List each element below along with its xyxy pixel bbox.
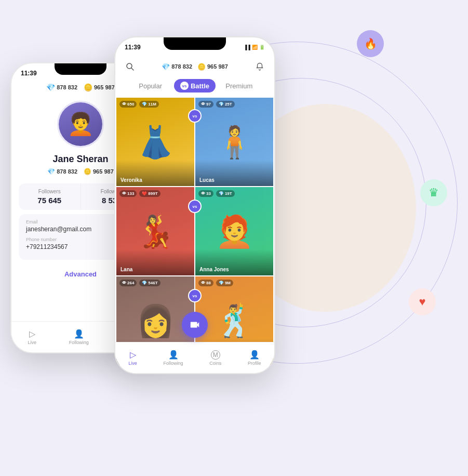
tab-battle[interactable]: vs Battle [174, 79, 215, 92]
avatar: 🧑‍🦱 [57, 101, 104, 148]
status-time-front: 11:39 [125, 44, 141, 51]
vs-badge-row1: vs [188, 109, 202, 123]
flame-icon: 🔥 [357, 30, 384, 57]
tabs-row: Popular vs Battle Premium [123, 77, 267, 96]
video-fab[interactable] [182, 312, 208, 338]
vs-badge-row2: vs [188, 200, 202, 213]
front-gems: 💎 878 832 🪙 965 987 [162, 63, 228, 71]
nav-live-front[interactable]: ▷ Live [128, 350, 137, 366]
notch-back [55, 63, 106, 75]
stream-stats-lucas: 👁97 💎25T [198, 101, 235, 108]
nav-live-back[interactable]: ▷ Live [28, 329, 36, 345]
status-icons-front: ▐▐ 📶 🔋 [244, 45, 265, 50]
tab-popular[interactable]: Popular [130, 80, 171, 92]
svg-line-1 [131, 68, 133, 70]
nav-profile-front[interactable]: 👤 Profile [248, 350, 261, 366]
stream-stats-anna: 👁33 💎19T [198, 190, 235, 197]
diamond-badge-back: 💎 878 832 [46, 83, 77, 91]
tab-premium[interactable]: Premium [219, 80, 260, 92]
front-header: 💎 878 832 🪙 965 987 [115, 54, 274, 98]
heart-icon: ♥ [409, 288, 436, 315]
followers-stat: Followers 75 645 [19, 183, 81, 210]
front-top-bar: 💎 878 832 🪙 965 987 [123, 57, 267, 77]
bell-icon[interactable] [252, 59, 267, 74]
notch-front [164, 37, 226, 50]
nav-following-front[interactable]: 👤 Following [164, 350, 183, 366]
stream-cell-anna[interactable]: 🧑‍🦰 👁33 💎19T Anna Jones [195, 187, 273, 275]
stream-cell-lana[interactable]: 💃 👁133 ❤️899T Lana [116, 187, 194, 275]
stream-stats-veronika: 👁650 💎11M [119, 101, 159, 108]
coin-badge-back: 🪙 965 987 [84, 83, 115, 91]
search-icon[interactable] [123, 59, 137, 74]
vs-badge-row3: vs [188, 289, 202, 302]
bottom-nav-front: ▷ Live 👤 Following M Coins 👤 Profile [115, 342, 274, 373]
crown-icon: ♛ [420, 179, 447, 206]
stream-stats-last: 👁88 💎9M [198, 280, 233, 286]
stream-stats-lana: 👁133 ❤️899T [119, 190, 161, 197]
nav-coins-front[interactable]: M Coins [209, 350, 221, 366]
stream-cell-lucas[interactable]: 🧍 👁97 💎25T Lucas [195, 98, 273, 186]
nav-following-back[interactable]: 👤 Following [69, 329, 89, 345]
status-time-back: 11:39 [21, 70, 37, 77]
live-phone: 11:39 ▐▐ 📶 🔋 [114, 36, 275, 374]
stream-cell-veronika[interactable]: 👗 👁650 💎11M Veronika [116, 98, 194, 186]
stream-stats-vera: 👁264 💎546T [119, 280, 161, 286]
